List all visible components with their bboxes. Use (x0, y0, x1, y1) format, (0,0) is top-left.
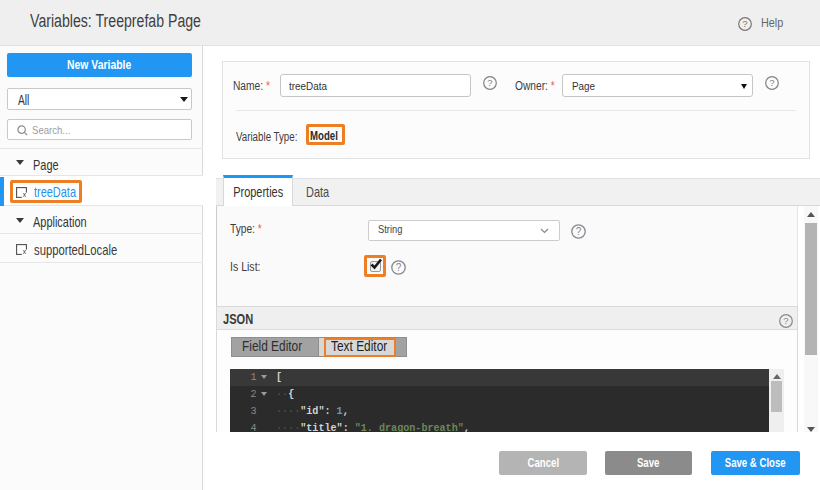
svg-text:?: ? (783, 315, 788, 326)
svg-text:?: ? (396, 262, 402, 273)
svg-text:x: x (22, 248, 26, 255)
svg-text:?: ? (487, 78, 492, 89)
svg-text:?: ? (576, 226, 582, 237)
svg-text:?: ? (742, 18, 747, 29)
svg-text:x: x (22, 191, 26, 198)
svg-text:?: ? (769, 78, 774, 89)
